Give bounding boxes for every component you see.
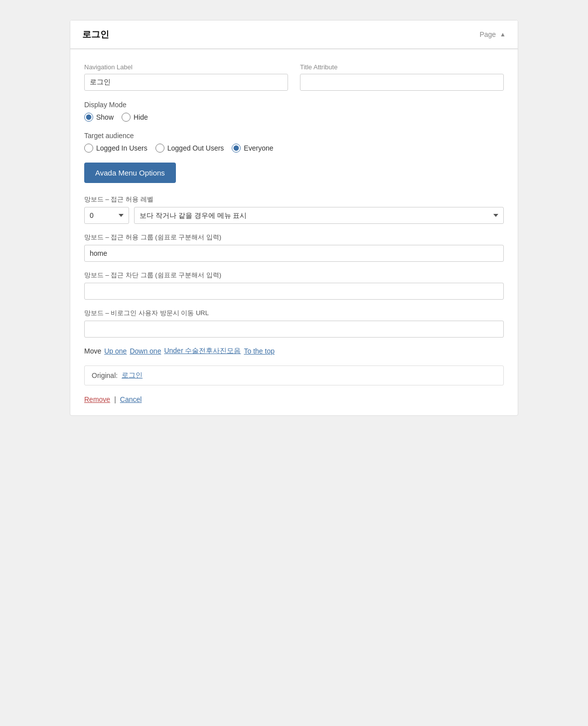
title-attribute-input[interactable] [300,74,504,91]
move-to-top-link[interactable]: To the top [244,347,275,355]
page-label: Page [479,30,496,38]
collapse-icon[interactable]: ▲ [500,31,506,38]
blocked-groups-section: 망보드 – 접근 차단 그룹 (쉼표로 구분해서 입력) [84,271,504,300]
radio-show-input[interactable] [84,113,93,122]
redirect-url-input[interactable] [84,321,504,338]
radio-hide-input[interactable] [122,113,131,122]
original-box: Original: 로그인 [84,365,504,385]
blocked-groups-label: 망보드 – 접근 차단 그룹 (쉼표로 구분해서 입력) [84,271,504,280]
card-title: 로그인 [82,28,109,40]
cancel-link[interactable]: Cancel [120,395,142,403]
radio-show-label: Show [96,113,114,121]
card-body: Navigation Label Title Attribute Display… [70,49,518,415]
access-level-section: 망보드 – 접근 허용 레벨 0 보다 작거나 같을 경우에 메뉴 표시 [84,195,504,224]
redirect-url-label: 망보드 – 비로그인 사용자 방문시 이동 URL [84,309,504,318]
display-mode-section: Display Mode Show Hide [84,101,504,122]
action-row: Remove | Cancel [84,395,504,403]
allowed-groups-input[interactable] [84,245,504,262]
radio-logged-out-input[interactable] [155,144,164,153]
radio-logged-in[interactable]: Logged In Users [84,144,147,153]
access-level-select[interactable]: 0 [84,207,129,224]
display-mode-label: Display Mode [84,101,504,109]
display-mode-radio-group: Show Hide [84,113,504,122]
move-up-one-link[interactable]: Up one [104,347,127,355]
display-option-select[interactable]: 보다 작거나 같을 경우에 메뉴 표시 [134,207,504,224]
redirect-url-section: 망보드 – 비로그인 사용자 방문시 이동 URL [84,309,504,338]
original-label: Original: [92,371,118,379]
radio-everyone-input[interactable] [232,144,241,153]
navigation-label-group: Navigation Label [84,63,288,91]
move-under-link[interactable]: Under 수술전후사진모음 [164,347,241,356]
target-audience-radio-group: Logged In Users Logged Out Users Everyon… [84,144,504,153]
radio-logged-in-input[interactable] [84,144,93,153]
action-separator: | [114,395,116,403]
navigation-label-label: Navigation Label [84,63,288,71]
radio-everyone[interactable]: Everyone [232,144,273,153]
card-header-right: Page ▲ [479,30,506,38]
radio-logged-in-label: Logged In Users [96,144,147,152]
radio-hide-label: Hide [134,113,148,121]
radio-logged-out[interactable]: Logged Out Users [155,144,224,153]
radio-show[interactable]: Show [84,113,114,122]
avada-menu-options-button[interactable]: Avada Menu Options [84,163,176,183]
navigation-label-input[interactable] [84,74,288,91]
title-attribute-group: Title Attribute [300,63,504,91]
card-header: 로그인 Page ▲ [70,20,518,49]
radio-logged-out-label: Logged Out Users [167,144,224,152]
access-level-select-row: 0 보다 작거나 같을 경우에 메뉴 표시 [84,207,504,224]
label-row: Navigation Label Title Attribute [84,63,504,91]
title-attribute-label: Title Attribute [300,63,504,71]
allowed-groups-section: 망보드 – 접근 허용 그룹 (쉼표로 구분해서 입력) [84,233,504,262]
target-audience-section: Target audience Logged In Users Logged O… [84,132,504,153]
original-link[interactable]: 로그인 [122,371,143,380]
remove-link[interactable]: Remove [84,395,110,403]
allowed-groups-label: 망보드 – 접근 허용 그룹 (쉼표로 구분해서 입력) [84,233,504,242]
radio-everyone-label: Everyone [244,144,273,152]
radio-hide[interactable]: Hide [122,113,148,122]
move-down-one-link[interactable]: Down one [130,347,161,355]
blocked-groups-input[interactable] [84,283,504,300]
menu-item-card: 로그인 Page ▲ Navigation Label Title Attrib… [70,20,518,416]
move-row: Move Up one Down one Under 수술전후사진모음 To t… [84,347,504,356]
target-audience-label: Target audience [84,132,504,140]
access-level-label: 망보드 – 접근 허용 레벨 [84,195,504,204]
move-label: Move [84,347,101,355]
